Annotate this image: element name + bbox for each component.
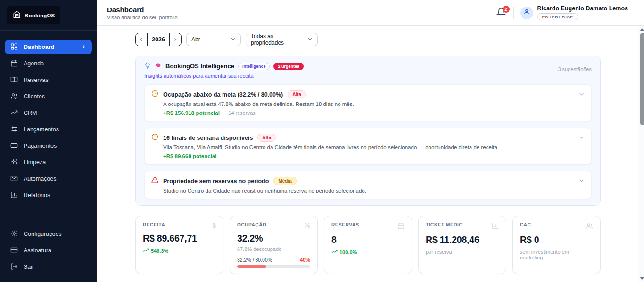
- sidebar-item-clientes[interactable]: Clientes: [5, 89, 92, 104]
- percent-icon: %: [305, 222, 310, 229]
- book-open-icon: [10, 76, 18, 85]
- users-icon: [586, 222, 593, 230]
- kpi-trend-value: 546.3%: [151, 248, 168, 254]
- year-prev-button[interactable]: [136, 33, 147, 46]
- sidebar-item-dashboard[interactable]: Dashboard: [5, 40, 92, 54]
- chevron-down-icon[interactable]: [578, 177, 585, 185]
- sidebar-nav: Dashboard Agenda Reservas Clientes CRM: [0, 31, 97, 221]
- sidebar-item-label: Limpeza: [24, 159, 46, 166]
- kpi-subtext: 67.8% desocupado: [237, 246, 310, 252]
- sidebar-item-agenda[interactable]: Agenda: [5, 56, 92, 71]
- sidebar-item-label: Assinatura: [24, 247, 51, 254]
- sidebar-item-label: Automações: [24, 176, 56, 182]
- kpi-card-receita: RECEITA $ R$ 89.667,71 546.3%: [135, 216, 223, 274]
- year-value: 2026: [147, 33, 170, 46]
- topbar-right: 2 Ricardo Eugenio Damato Lemos ENTERPRIS…: [496, 5, 636, 20]
- chevron-down-icon[interactable]: [578, 90, 585, 99]
- credit-card-icon: [10, 246, 18, 255]
- sidebar-item-lancamentos[interactable]: Lançamentos: [5, 122, 92, 137]
- trending-up-icon: [331, 249, 338, 256]
- sidebar-bottom: Configurações Assinatura Sair: [0, 221, 97, 282]
- sidebar-item-sair[interactable]: Sair: [5, 260, 92, 274]
- kpi-card-ticket-medio: TICKET MÉDIO R$ 11.208,46 por reserva: [418, 216, 506, 274]
- alert-triangle-icon: [151, 177, 158, 185]
- bar-chart-icon: [10, 191, 18, 200]
- app: BookingOS Dashboard Agenda Reservas Clie…: [0, 0, 644, 282]
- sidebar-item-automacoes[interactable]: Automações: [5, 172, 92, 186]
- header-divider: [513, 7, 514, 19]
- intelligence-badge: Intelligence: [238, 63, 270, 70]
- sidebar-item-pagamentos[interactable]: Pagamentos: [5, 139, 92, 153]
- month-select[interactable]: Abr: [186, 33, 241, 46]
- kpi-value: R$ 0: [520, 234, 593, 245]
- house-icon: [12, 10, 21, 21]
- intelligence-panel: BookingOS Intelligence Intelligence 2 ur…: [135, 56, 601, 206]
- sparkles-icon: [10, 158, 18, 167]
- insight-potential: +R$ 156.918 potencial: [163, 110, 220, 116]
- intelligence-header-left: BookingOS Intelligence Intelligence 2 ur…: [144, 62, 558, 79]
- sidebar-item-label: Dashboard: [24, 44, 54, 50]
- insight-title: Ocupação abaixo da meta (32.2% / 80.00%): [163, 91, 283, 98]
- dashboard-content: 2026 Abr Todas as propriedades: [97, 26, 644, 282]
- gear-icon: [10, 230, 18, 239]
- logo-text: BookingOS: [25, 13, 55, 18]
- user-name: Ricardo Eugenio Damato Lemos: [537, 5, 628, 12]
- chevron-down-icon[interactable]: [578, 134, 585, 142]
- sidebar-item-label: Relatórios: [24, 192, 50, 199]
- kpi-row: RECEITA $ R$ 89.667,71 546.3% OCUPAÇÃO %…: [135, 216, 601, 274]
- sidebar-item-reservas[interactable]: Reservas: [5, 73, 92, 87]
- notifications-button[interactable]: 2: [496, 8, 507, 18]
- user-menu[interactable]: Ricardo Eugenio Damato Lemos ENTERPRISE: [520, 5, 628, 20]
- kpi-subtext: sem investimento em marketing: [520, 249, 593, 260]
- severity-badge: Média: [273, 177, 296, 185]
- occupancy-goal-percent: 40%: [300, 257, 310, 263]
- trending-up-icon: [143, 247, 149, 254]
- sidebar-item-label: Sair: [24, 264, 34, 270]
- occupancy-goal-label: 32.2% / 80.00%: [237, 257, 272, 263]
- sidebar-item-configuracoes[interactable]: Configurações: [5, 227, 92, 241]
- kpi-value: 32.2%: [237, 233, 310, 244]
- kpi-label: TICKET MÉDIO: [426, 222, 463, 227]
- scrollbar-down-arrow[interactable]: [640, 277, 644, 280]
- property-select[interactable]: Todas as propriedades: [246, 33, 318, 46]
- chevron-right-icon: [173, 35, 178, 44]
- sidebar-item-limpeza[interactable]: Limpeza: [5, 155, 92, 169]
- sidebar-item-label: Lançamentos: [24, 126, 59, 133]
- kpi-value: R$ 89.667,71: [143, 233, 216, 244]
- logo-container: BookingOS: [0, 0, 97, 31]
- mail-icon: [10, 175, 18, 184]
- intelligence-subtitle: Insights automáticos para aumentar sua r…: [144, 73, 558, 79]
- scrollbar[interactable]: [638, 26, 644, 282]
- insight-title: Propriedade sem reservas no período: [163, 178, 269, 185]
- grid-icon: [10, 43, 18, 52]
- kpi-value: 8: [331, 234, 405, 245]
- kpi-label: CAC: [520, 222, 531, 227]
- sidebar-item-relatorios[interactable]: Relatórios: [5, 188, 92, 202]
- kpi-subtext: por reserva: [426, 249, 499, 255]
- scrollbar-thumb[interactable]: [640, 33, 644, 125]
- calendar-icon: [397, 222, 405, 230]
- scrollbar-up-arrow[interactable]: [640, 28, 644, 31]
- kpi-card-cac: CAC R$ 0 sem investimento em marketing: [512, 216, 601, 274]
- sidebar-item-crm[interactable]: CRM: [5, 106, 92, 120]
- insight-card-occupancy[interactable]: Ocupação abaixo da meta (32.2% / 80.00%)…: [144, 84, 592, 121]
- clock-icon: [151, 133, 158, 142]
- bar-chart-icon: [492, 222, 499, 230]
- insight-card-no-reservations[interactable]: Propriedade sem reservas no período Médi…: [144, 171, 592, 199]
- sidebar-item-label: Agenda: [24, 60, 44, 67]
- insights-list: Ocupação abaixo da meta (32.2% / 80.00%)…: [136, 79, 600, 204]
- intelligence-header: BookingOS Intelligence Intelligence 2 ur…: [136, 62, 600, 79]
- topbar: Dashboard Visão analítica do seu portfól…: [97, 0, 644, 26]
- logo[interactable]: BookingOS: [7, 6, 60, 24]
- insight-description: Studio no Centro da Cidade não registrou…: [163, 188, 572, 193]
- swap-arrows-icon: [10, 125, 18, 134]
- chevron-left-icon: [139, 35, 144, 44]
- insight-card-weekends[interactable]: 16 finais de semana disponíveis Alta Vil…: [144, 128, 592, 165]
- brain-icon: [155, 62, 162, 71]
- year-next-button[interactable]: [170, 33, 181, 46]
- credit-card-icon: [10, 142, 18, 151]
- clock-icon: [151, 90, 158, 99]
- sidebar-item-assinatura[interactable]: Assinatura: [5, 243, 92, 258]
- notification-badge: 2: [503, 6, 510, 13]
- insight-extra: ~14 reservas: [225, 110, 256, 116]
